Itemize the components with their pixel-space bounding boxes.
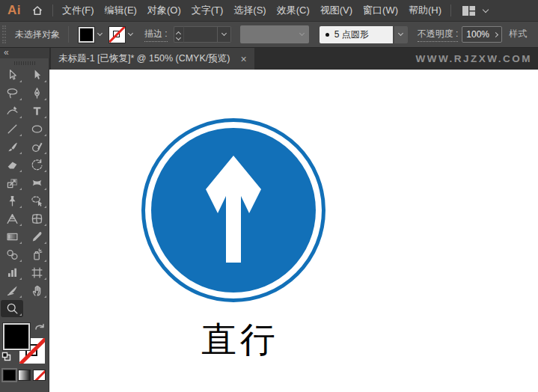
stroke-weight-label[interactable]: 描边 : bbox=[144, 28, 168, 42]
menu-item[interactable]: 效果(C) bbox=[277, 4, 310, 17]
menu-item[interactable]: 对象(O) bbox=[147, 4, 181, 17]
control-bar: 未选择对象 描边 : 5 点圆形 不透明度 : 100% bbox=[0, 22, 538, 48]
default-fill-stroke-icon[interactable] bbox=[1, 352, 12, 365]
watermark-text: WWW.RJZXW.COM bbox=[416, 53, 538, 64]
type-tool[interactable] bbox=[25, 102, 48, 120]
blend-tool-icon bbox=[6, 248, 19, 261]
lasso-tool-icon bbox=[6, 87, 19, 99]
chevron-down-icon bbox=[398, 31, 403, 36]
eyedropper-tool[interactable] bbox=[25, 228, 48, 245]
perspective-grid-tool[interactable] bbox=[1, 210, 23, 227]
selection-tool[interactable] bbox=[1, 67, 23, 84]
document-tab[interactable]: 未标题-1 [已恢复]* @ 150% (CMYK/预览) × bbox=[51, 48, 254, 70]
brush-preview-icon bbox=[325, 33, 329, 37]
toolbar bbox=[0, 58, 49, 392]
menu-item[interactable]: 视图(V) bbox=[320, 4, 352, 17]
none-mode-button[interactable] bbox=[33, 370, 46, 381]
paintbrush-tool[interactable] bbox=[1, 138, 23, 156]
stroke-weight-stepper[interactable] bbox=[174, 26, 183, 43]
collapse-panel-icon[interactable]: « bbox=[4, 47, 9, 58]
document-area: 未标题-1 [已恢复]* @ 150% (CMYK/预览) × WWW.RJZX… bbox=[49, 48, 538, 392]
fill-color-swatch[interactable] bbox=[79, 27, 94, 43]
lasso-tool[interactable] bbox=[1, 85, 23, 102]
brush-field[interactable]: 5 点圆形 bbox=[320, 26, 393, 43]
artboard-tool-icon bbox=[31, 266, 43, 279]
type-tool-icon bbox=[31, 105, 43, 117]
stroke-color-dropdown[interactable] bbox=[109, 27, 132, 43]
tool-grid bbox=[0, 66, 49, 317]
zoom-tool-icon bbox=[6, 302, 19, 315]
curvature-tool[interactable] bbox=[1, 102, 23, 120]
brush-dropdown-button[interactable] bbox=[393, 26, 408, 43]
gradient-tool[interactable] bbox=[1, 228, 23, 245]
zoom-tool[interactable] bbox=[1, 300, 23, 317]
style-label[interactable]: 样式 bbox=[509, 28, 527, 41]
menu-item[interactable]: 帮助(H) bbox=[409, 4, 441, 17]
slice-tool[interactable] bbox=[1, 282, 23, 299]
opacity-label[interactable]: 不透明度 : bbox=[418, 28, 459, 42]
none-slash-icon bbox=[109, 27, 125, 43]
opacity-input[interactable]: 100% bbox=[462, 26, 502, 43]
panel-grip[interactable] bbox=[2, 25, 6, 43]
gradient-mode-button[interactable] bbox=[18, 370, 31, 381]
ellipse-tool[interactable] bbox=[25, 120, 48, 138]
eraser-tool[interactable] bbox=[1, 156, 23, 174]
fill-swatch[interactable] bbox=[3, 323, 30, 350]
menu-item[interactable]: 文字(T) bbox=[192, 4, 224, 17]
menu-item[interactable]: 选择(S) bbox=[233, 4, 266, 17]
stroke-weight-input[interactable] bbox=[183, 26, 218, 43]
hand-tool[interactable] bbox=[25, 282, 48, 299]
traffic-sign-go-straight[interactable] bbox=[140, 117, 327, 304]
fill-stroke-controls bbox=[0, 322, 49, 367]
rotate-tool-icon bbox=[31, 159, 43, 171]
stroke-none-swatch[interactable] bbox=[109, 27, 125, 43]
shape-builder-tool[interactable] bbox=[25, 192, 48, 209]
menu-item[interactable]: 窗口(W) bbox=[363, 4, 398, 17]
eyedropper-tool-icon bbox=[31, 230, 43, 243]
mesh-tool[interactable] bbox=[25, 210, 48, 227]
toolbar-grip[interactable] bbox=[14, 61, 35, 65]
chevron-down-icon[interactable] bbox=[483, 6, 489, 12]
rotate-tool[interactable] bbox=[25, 156, 48, 174]
menu-item[interactable]: 文件(F) bbox=[62, 4, 94, 17]
pen-tool-icon bbox=[31, 87, 43, 99]
line-segment-tool-icon bbox=[6, 123, 19, 135]
paintbrush-tool-icon bbox=[6, 141, 19, 153]
canvas[interactable]: 直行 bbox=[49, 70, 538, 392]
home-icon[interactable] bbox=[31, 4, 43, 16]
chevron-down-icon bbox=[299, 31, 305, 36]
artboard-tool[interactable] bbox=[25, 264, 48, 281]
curvature-tool-icon bbox=[6, 105, 19, 117]
shaper-tool[interactable] bbox=[25, 138, 48, 156]
workspace-switcher-icon[interactable] bbox=[462, 5, 476, 16]
direct-selection-tool[interactable] bbox=[25, 67, 48, 84]
eraser-tool-icon bbox=[6, 159, 19, 171]
blend-tool[interactable] bbox=[1, 246, 23, 263]
chevron-right-icon[interactable] bbox=[493, 31, 498, 37]
symbol-sprayer-tool[interactable] bbox=[25, 246, 48, 263]
swap-fill-stroke-icon[interactable] bbox=[34, 322, 46, 335]
menubar-divider-2 bbox=[450, 4, 451, 16]
perspective-grid-tool-icon bbox=[6, 212, 19, 225]
puppet-warp-tool[interactable] bbox=[1, 192, 23, 209]
line-segment-tool[interactable] bbox=[1, 120, 23, 138]
column-graph-tool[interactable] bbox=[1, 264, 23, 281]
width-tool-icon bbox=[31, 177, 43, 189]
gradient-tool-icon bbox=[6, 230, 19, 243]
color-mode-button[interactable] bbox=[3, 370, 16, 381]
scale-tool[interactable] bbox=[1, 174, 23, 192]
stroke-weight-dropdown-button[interactable] bbox=[218, 26, 231, 43]
menubar-divider bbox=[52, 4, 53, 16]
chevron-down-icon[interactable] bbox=[97, 31, 103, 36]
close-tab-icon[interactable]: × bbox=[240, 54, 246, 64]
pen-tool[interactable] bbox=[25, 85, 48, 102]
width-tool[interactable] bbox=[25, 174, 48, 192]
stepper-down-icon[interactable] bbox=[176, 34, 181, 40]
menu-item[interactable]: 编辑(E) bbox=[105, 4, 137, 17]
direct-selection-tool-icon bbox=[31, 69, 43, 82]
brush-definition-dropdown[interactable]: 5 点圆形 bbox=[320, 26, 408, 43]
selection-tool-icon bbox=[6, 69, 19, 82]
document-tab-bar: 未标题-1 [已恢复]* @ 150% (CMYK/预览) × WWW.RJZX… bbox=[49, 48, 538, 70]
fill-color-dropdown[interactable] bbox=[79, 27, 102, 43]
chevron-down-icon[interactable] bbox=[128, 31, 133, 36]
